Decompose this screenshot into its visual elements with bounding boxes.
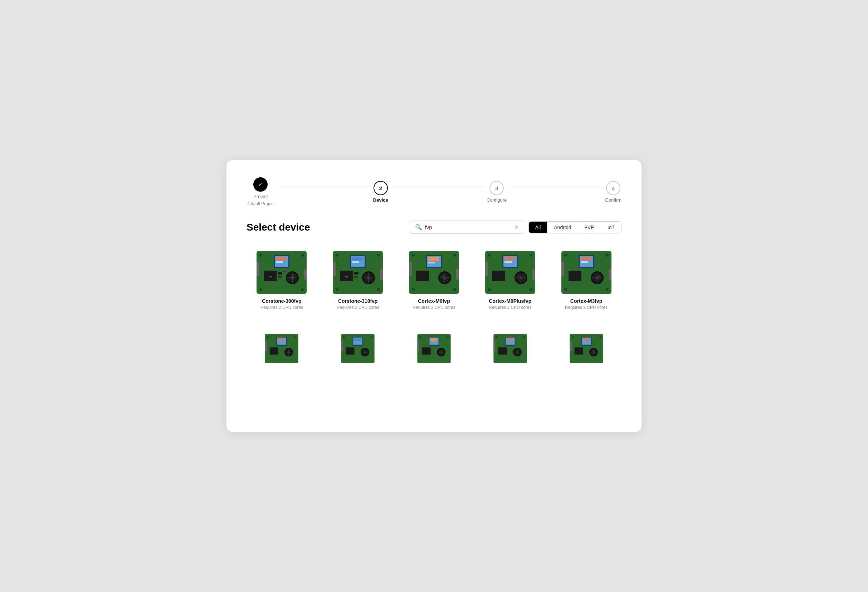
device-card-cortex-m4fvp[interactable] bbox=[323, 328, 393, 371]
svg-point-149 bbox=[419, 336, 421, 338]
svg-point-105 bbox=[564, 254, 567, 257]
svg-rect-31 bbox=[352, 261, 359, 263]
filter-all-button[interactable]: All bbox=[529, 222, 548, 233]
filter-iot-button[interactable]: IoT bbox=[601, 222, 621, 233]
svg-text:ARM: ARM bbox=[345, 276, 348, 278]
svg-rect-113 bbox=[278, 338, 285, 341]
device-image-cortex-m7fvp bbox=[485, 334, 535, 363]
svg-rect-63 bbox=[409, 262, 412, 276]
svg-rect-134 bbox=[341, 342, 343, 351]
svg-point-88 bbox=[530, 288, 532, 291]
step-confirm-label: Confirm bbox=[605, 197, 621, 203]
svg-point-23 bbox=[301, 254, 304, 257]
svg-rect-55 bbox=[416, 271, 429, 281]
filter-fvp-button[interactable]: FVP bbox=[578, 222, 601, 233]
step-project-circle: ✓ bbox=[253, 177, 268, 191]
svg-rect-53 bbox=[428, 257, 439, 261]
device-image-cortex-m3fvp bbox=[561, 251, 611, 294]
step-confirm: 4 Confirm bbox=[605, 181, 621, 203]
svg-rect-30 bbox=[352, 257, 363, 261]
search-clear-button[interactable]: ✕ bbox=[514, 224, 519, 230]
filter-android-button[interactable]: Android bbox=[548, 222, 578, 233]
device-image-cortex-m0plusfvp bbox=[485, 251, 535, 294]
device-desc: Requires 2 CPU cores bbox=[260, 305, 303, 310]
device-card-cortex-m0fvp[interactable]: Cortex-M0fvp Requires 2 CPU cores bbox=[399, 245, 469, 314]
device-image-corstone-310fvp: ARM bbox=[333, 251, 383, 294]
device-name: Cortex-M0Plusfvp bbox=[489, 298, 531, 304]
svg-rect-127 bbox=[354, 338, 362, 341]
svg-point-150 bbox=[447, 336, 449, 338]
svg-rect-169 bbox=[583, 338, 590, 341]
svg-rect-75 bbox=[492, 271, 505, 281]
svg-rect-142 bbox=[422, 348, 431, 355]
device-name: Corstone-300fvp bbox=[262, 298, 301, 304]
modal-container: ✓ Project Default Project 2 Device 3 Con… bbox=[226, 160, 642, 432]
device-card-cortex-m85fvp[interactable] bbox=[551, 328, 621, 371]
svg-point-65 bbox=[412, 254, 415, 257]
connector-3 bbox=[509, 187, 602, 187]
svg-point-87 bbox=[488, 288, 491, 291]
svg-point-107 bbox=[564, 288, 567, 291]
search-box[interactable]: 🔍 ✕ bbox=[410, 221, 524, 234]
device-desc: Requires 2 CPU cores bbox=[337, 305, 379, 310]
stepper: ✓ Project Default Project 2 Device 3 Con… bbox=[247, 177, 621, 206]
svg-point-47 bbox=[336, 288, 338, 291]
svg-rect-83 bbox=[485, 262, 488, 276]
svg-rect-176 bbox=[570, 342, 571, 351]
device-image-cortex-m33fvp bbox=[257, 334, 307, 363]
svg-point-121 bbox=[267, 336, 269, 338]
device-image-cortex-m0fvp bbox=[409, 251, 459, 294]
device-name: Cortex-M0fvp bbox=[418, 298, 450, 304]
device-card-cortex-m7fvp[interactable] bbox=[475, 328, 545, 371]
device-card-corstone-300fvp[interactable]: ARM bbox=[247, 245, 317, 314]
svg-rect-4 bbox=[276, 257, 286, 261]
svg-rect-141 bbox=[430, 338, 437, 341]
svg-rect-162 bbox=[493, 342, 495, 351]
svg-rect-16 bbox=[304, 269, 307, 280]
svg-rect-54 bbox=[428, 262, 435, 264]
svg-point-45 bbox=[336, 254, 338, 257]
toolbar: Select device 🔍 ✕ All Android FVP IoT bbox=[247, 221, 621, 234]
svg-rect-156 bbox=[498, 348, 506, 355]
search-input[interactable] bbox=[425, 224, 511, 230]
device-card-cortex-m0plusfvp[interactable]: Cortex-M0Plusfvp Requires 2 CPU cores bbox=[475, 245, 545, 314]
svg-point-48 bbox=[377, 288, 380, 291]
svg-point-22 bbox=[260, 254, 262, 257]
svg-point-86 bbox=[530, 254, 532, 257]
toolbar-right: 🔍 ✕ All Android FVP IoT bbox=[410, 221, 621, 234]
step-configure-label: Configure bbox=[487, 197, 506, 203]
device-card-cortex-m55fvp[interactable] bbox=[399, 328, 469, 371]
svg-rect-44 bbox=[354, 276, 358, 278]
page-title: Select device bbox=[247, 222, 310, 233]
svg-rect-17 bbox=[278, 272, 282, 275]
svg-rect-64 bbox=[456, 269, 459, 280]
device-card-cortex-m3fvp[interactable]: Cortex-M3fvp Requires 2 CPU cores bbox=[551, 245, 621, 314]
svg-rect-19 bbox=[283, 271, 286, 272]
device-card-cortex-m33fvp[interactable] bbox=[247, 328, 317, 371]
svg-rect-95 bbox=[568, 271, 582, 281]
svg-rect-73 bbox=[505, 257, 515, 261]
connector-1 bbox=[278, 187, 370, 187]
device-grid: ARM bbox=[247, 245, 621, 371]
svg-point-106 bbox=[606, 254, 608, 257]
svg-rect-148 bbox=[417, 342, 419, 351]
svg-point-164 bbox=[523, 336, 525, 338]
svg-rect-170 bbox=[574, 348, 583, 355]
svg-point-122 bbox=[294, 336, 296, 338]
svg-point-66 bbox=[453, 254, 456, 257]
svg-rect-41 bbox=[333, 262, 336, 276]
step-project-label: Project bbox=[253, 194, 268, 199]
device-image-corstone-300fvp: ARM bbox=[257, 251, 307, 294]
svg-text:ARM: ARM bbox=[269, 276, 272, 278]
device-card-corstone-310fvp[interactable]: ARM Corstone- bbox=[323, 245, 393, 314]
device-desc: Requires 2 CPU cores bbox=[413, 305, 455, 310]
svg-rect-15 bbox=[257, 262, 260, 276]
step-device-circle: 2 bbox=[373, 181, 388, 195]
svg-rect-5 bbox=[276, 261, 283, 263]
svg-rect-155 bbox=[506, 338, 514, 341]
svg-point-136 bbox=[371, 336, 372, 338]
svg-rect-114 bbox=[270, 348, 278, 355]
step-configure: 3 Configure bbox=[487, 181, 506, 203]
svg-rect-104 bbox=[608, 269, 611, 280]
step-confirm-circle: 4 bbox=[606, 181, 620, 195]
